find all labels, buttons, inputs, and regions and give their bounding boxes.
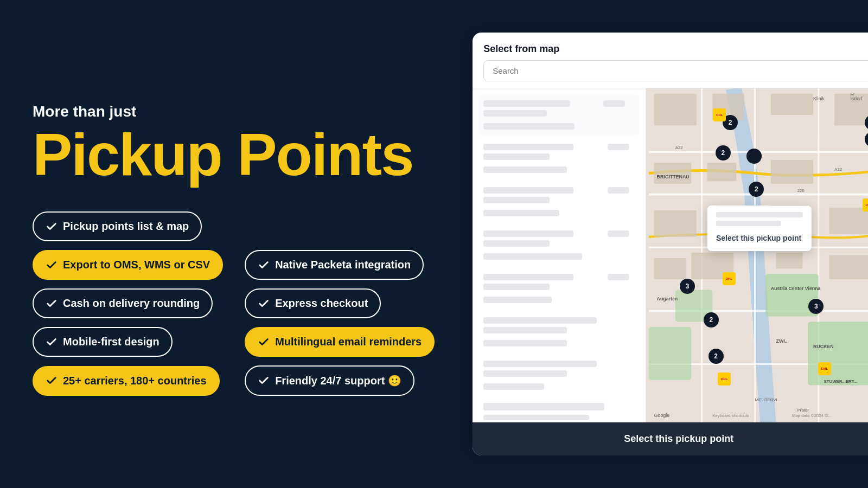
svg-text:Map data ©2024 G...: Map data ©2024 G...: [792, 413, 832, 418]
map-popup: Select this pickup point: [707, 206, 812, 251]
check-icon-native: [258, 259, 270, 271]
svg-text:Augarten: Augarten: [657, 296, 678, 301]
svg-rect-25: [776, 253, 803, 268]
check-icon-carriers: [46, 375, 58, 387]
svg-rect-11: [649, 327, 691, 380]
list-item[interactable]: [479, 182, 639, 222]
check-icon-express: [258, 298, 270, 310]
svg-text:MELITERVI...: MELITERVI...: [755, 397, 781, 402]
list-item-row: [483, 317, 635, 337]
svg-text:A22: A22: [834, 167, 842, 172]
cluster-marker-2[interactable]: 2: [716, 145, 731, 160]
svg-rect-15: [771, 94, 813, 115]
list-item-row: [483, 274, 635, 293]
svg-rect-26: [829, 255, 868, 279]
list-item[interactable]: [479, 355, 639, 395]
popup-select-btn[interactable]: Select this pickup point: [716, 232, 801, 245]
cluster-marker-9[interactable]: 2: [709, 349, 724, 364]
pickup-list: [473, 88, 646, 422]
feature-row-support: Friendly 24/7 support 🙂: [245, 365, 435, 396]
right-section: Select from map: [462, 0, 868, 488]
dhl-marker-3[interactable]: DHL: [723, 272, 736, 285]
list-item[interactable]: [479, 312, 639, 352]
left-section: More than just Pickup Points Pickup poin…: [0, 0, 462, 488]
svg-rect-23: [654, 258, 686, 279]
feature-row-1: Pickup points list & map: [33, 211, 223, 241]
svg-text:ZWI...: ZWI...: [776, 338, 789, 344]
svg-rect-18: [707, 163, 737, 181]
svg-text:BRIGITTENAU: BRIGITTENAU: [657, 174, 690, 179]
map-panel-header: Select from map: [473, 33, 868, 88]
list-item[interactable]: [479, 225, 639, 265]
svg-text:RÜCKEN: RÜCKEN: [813, 344, 834, 349]
list-item-row: [483, 100, 635, 120]
cluster-marker-8[interactable]: 2: [704, 312, 719, 328]
svg-text:Prater: Prater: [797, 408, 809, 413]
feature-label-carriers: 25+ carriers, 180+ countries: [63, 375, 207, 387]
svg-text:Austria Center Vienna: Austria Center Vienna: [771, 286, 821, 291]
feature-badge-export: Export to OMS, WMS or CSV: [33, 250, 223, 280]
list-item-row: [483, 187, 635, 207]
main-title: Pickup Points: [33, 125, 435, 184]
popup-skeleton-1: [716, 212, 803, 217]
map-svg: A22 226 A22 BRIGITTENAU Augarten Austria…: [646, 88, 868, 422]
svg-rect-22: [829, 208, 868, 234]
feature-label-native: Native Packeta integration: [275, 259, 411, 271]
svg-text:Google: Google: [654, 413, 669, 418]
feature-badge-list-map: Pickup points list & map: [33, 211, 202, 241]
cluster-marker-3[interactable]: [746, 149, 762, 164]
check-icon-mobile: [46, 336, 58, 348]
list-item[interactable]: [479, 95, 639, 135]
svg-rect-20: [654, 210, 697, 237]
dhl-marker-5[interactable]: DHL: [818, 362, 831, 375]
feature-badge-express: Express checkout: [245, 288, 381, 318]
map-container[interactable]: A22 226 A22 BRIGITTENAU Augarten Austria…: [646, 88, 868, 422]
feature-row-2: Export to OMS, WMS or CSV: [33, 250, 223, 280]
check-icon-export: [46, 259, 58, 271]
search-input[interactable]: [483, 60, 868, 81]
svg-rect-19: [771, 160, 813, 184]
check-icon: [46, 221, 58, 233]
feature-label-export: Export to OMS, WMS or CSV: [63, 259, 210, 271]
feature-label-support: Friendly 24/7 support 🙂: [275, 374, 401, 387]
feature-badge-cod: Cash on delivery rounding: [33, 288, 213, 318]
list-item[interactable]: [479, 138, 639, 178]
dhl-marker-1[interactable]: DHL: [713, 108, 726, 121]
list-item-row: [483, 230, 635, 250]
svg-text:Klinik: Klinik: [813, 96, 825, 101]
svg-text:226: 226: [797, 188, 805, 193]
feature-label-mobile: Mobile-first design: [63, 336, 159, 348]
feature-row-carriers: 25+ carriers, 180+ countries: [33, 365, 223, 396]
select-pickup-button[interactable]: Select this pickup point: [473, 422, 868, 455]
tagline: More than just: [33, 103, 435, 120]
list-item[interactable]: [479, 268, 639, 309]
svg-text:STUWER...ERT...: STUWER...ERT...: [824, 379, 858, 384]
feature-badge-carriers: 25+ carriers, 180+ countries: [33, 366, 220, 396]
feature-row-express: Express checkout: [245, 288, 435, 318]
feature-label-cod: Cash on delivery rounding: [63, 297, 200, 310]
feature-badge-mobile: Mobile-first design: [33, 327, 173, 357]
feature-label-express: Express checkout: [275, 297, 368, 310]
svg-rect-13: [654, 94, 697, 126]
list-item-row: [483, 144, 635, 163]
check-icon-cod: [46, 298, 58, 310]
feature-row-cod: Cash on delivery rounding: [33, 288, 223, 318]
dhl-marker-2[interactable]: DHL: [863, 198, 868, 211]
cluster-marker-7[interactable]: 3: [680, 279, 695, 294]
svg-text:Keyboard shortcuts: Keyboard shortcuts: [712, 413, 749, 418]
map-panel-body: A22 226 A22 BRIGITTENAU Augarten Austria…: [473, 88, 868, 422]
feature-row-mobile: Mobile-first design: [33, 327, 223, 357]
svg-text:A22: A22: [675, 145, 683, 150]
features-grid: Pickup points list & map Export to OMS, …: [33, 211, 435, 396]
feature-label-multilingual: Multilingual email reminders: [275, 336, 422, 348]
feature-label-list-map: Pickup points list & map: [63, 220, 189, 233]
check-icon-support: [258, 375, 270, 387]
map-panel: Select from map: [473, 33, 868, 455]
feature-badge-support: Friendly 24/7 support 🙂: [245, 365, 414, 396]
feature-badge-multilingual: Multilingual email reminders: [245, 327, 435, 357]
check-icon-multilingual: [258, 336, 270, 348]
map-panel-title: Select from map: [483, 43, 868, 55]
dhl-marker-4[interactable]: DHL: [718, 373, 731, 386]
popup-skeleton-2: [716, 221, 781, 226]
svg-text:H: H: [851, 92, 854, 98]
